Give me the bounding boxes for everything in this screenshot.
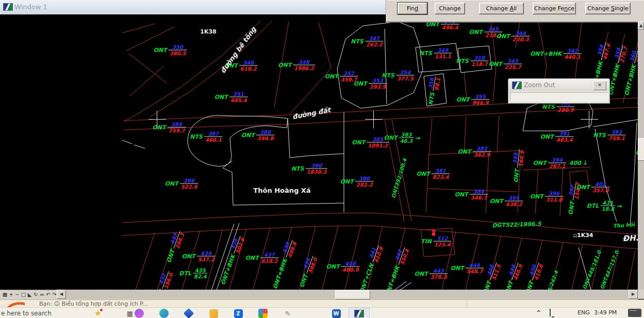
vertical-scrollbar[interactable]: ▲ ▼ bbox=[638, 22, 644, 299]
parcel-label: ONT439398.0 bbox=[296, 254, 319, 290]
parcel-id: 383 bbox=[400, 132, 413, 138]
scroll-left-button[interactable]: ◀ bbox=[57, 290, 66, 299]
parcel-id: 346 bbox=[242, 60, 255, 65]
parcel-fraction: 439398.0 bbox=[301, 254, 319, 275]
parcel-code: ONT bbox=[182, 253, 195, 260]
parcel-area: 759.1 bbox=[607, 135, 626, 141]
parcel-code: ONT+BHK bbox=[384, 265, 401, 290]
rotate-view-icon[interactable]: ↻ bbox=[33, 291, 39, 298]
scroll-up-button[interactable]: ▲ bbox=[638, 22, 644, 30]
dialog-button-change[interactable]: Change bbox=[435, 3, 465, 14]
dialog-button-change-fence[interactable]: Change Fence bbox=[533, 3, 576, 14]
zalo-icon[interactable]: Z bbox=[232, 308, 244, 318]
parcel-code: ONT bbox=[325, 73, 338, 80]
pan-view-icon[interactable]: ⇔ bbox=[39, 291, 45, 298]
scroll-right-button[interactable]: ▶ bbox=[629, 290, 638, 299]
parcel-id: 512 bbox=[436, 236, 449, 241]
parcel-fraction: 347262.2 bbox=[365, 36, 384, 47]
parcel-code: NTS bbox=[427, 92, 436, 106]
close-icon[interactable]: ✕ bbox=[593, 81, 606, 90]
parcel-fraction: 343225.7 bbox=[504, 58, 522, 70]
horizontal-scroll-thumb[interactable] bbox=[335, 290, 370, 299]
parcel-label: ONT388394.8 bbox=[241, 129, 275, 141]
tray-chevron-icon[interactable]: ^ bbox=[536, 309, 541, 316]
parcel-fraction: 396311.0 bbox=[545, 191, 564, 203]
zoom-out-window[interactable]: Zoom Out ✕ bbox=[508, 78, 610, 104]
parcel-code: ONT bbox=[165, 180, 178, 187]
vertical-scroll-thumb[interactable] bbox=[638, 138, 644, 161]
search-star-icon[interactable]: ★ bbox=[92, 308, 104, 318]
parcel-code: DTL bbox=[587, 203, 599, 209]
parcel-label: ONT443378.3 bbox=[415, 268, 448, 280]
edge-icon[interactable] bbox=[158, 308, 170, 318]
network-icon[interactable] bbox=[550, 309, 551, 316]
parcel-fraction: 444548.7 bbox=[466, 262, 484, 274]
dialog-button-find[interactable]: Find bbox=[398, 3, 427, 14]
parcel-fraction: 344230.3 bbox=[511, 30, 530, 42]
fit-view-icon[interactable]: ◣ bbox=[27, 291, 32, 298]
temple-icon bbox=[431, 229, 437, 236]
parcel-code: ONT bbox=[415, 271, 428, 277]
zoom-out-icon[interactable]: − bbox=[14, 291, 20, 298]
parcel-id: 386 bbox=[183, 178, 195, 183]
horizontal-scrollbar[interactable]: ◀ ▶ bbox=[57, 290, 638, 299]
view-previous-icon[interactable]: ↶ bbox=[45, 291, 51, 298]
landmark-1k38: 1K38 bbox=[200, 28, 217, 35]
parcel-code: ONT bbox=[576, 184, 590, 191]
parcel-code: TIN bbox=[421, 238, 432, 245]
zoom-out-settings-area bbox=[510, 92, 608, 102]
zoom-out-title-bar[interactable]: Zoom Out ✕ bbox=[508, 79, 609, 91]
parcel-area: 46.3 bbox=[399, 138, 414, 144]
parcel-fraction: 380282.2 bbox=[355, 176, 374, 188]
microstation-logo-icon bbox=[354, 310, 364, 317]
update-view-icon[interactable]: ▩ bbox=[2, 291, 8, 298]
snip-tool-icon[interactable]: ✎ bbox=[282, 308, 294, 318]
parcel-area: 966.9 bbox=[471, 99, 490, 106]
zoom-in-icon[interactable]: + bbox=[8, 291, 14, 298]
parcel-fraction: 382362.9 bbox=[473, 146, 491, 158]
parcel-label: ONT396311.0 bbox=[530, 191, 564, 203]
search-input[interactable]: e here to search bbox=[1, 310, 52, 317]
dialog-button-change-all[interactable]: Change All bbox=[479, 3, 524, 14]
parcel-label: ONT+BHK442550.4 bbox=[382, 245, 410, 290]
view-cross-marker bbox=[148, 111, 166, 128]
parcel-label: ONT449446.9 bbox=[501, 261, 524, 290]
parcel-id: 388 bbox=[259, 129, 272, 135]
parcel-code: ONT bbox=[326, 263, 340, 270]
parcel-id: 349 bbox=[436, 47, 449, 53]
notification-center-icon[interactable] bbox=[628, 309, 641, 317]
word-icon[interactable]: W bbox=[330, 308, 342, 318]
parcel-code: ONT bbox=[166, 249, 176, 264]
parcel-inline-label: ONT392/100.4 bbox=[390, 158, 408, 199]
parcel-area: 380.5 bbox=[169, 50, 187, 56]
parcel-id: 343 bbox=[506, 58, 519, 64]
parcel-label: NTS393759.1 bbox=[593, 129, 625, 141]
window-area-icon[interactable]: □ bbox=[21, 291, 26, 298]
parcel-labels-layer: ONT350380.5ONT346618.2ONT3481986.2ONT351… bbox=[0, 14, 638, 290]
parcel-code: ONT bbox=[456, 96, 470, 103]
map-viewport[interactable]: ONT350380.5ONT346618.2ONT3481986.2ONT351… bbox=[0, 14, 638, 290]
photos-icon[interactable] bbox=[257, 308, 269, 318]
taskbar[interactable]: e here to search ★▦Z✎W ^ ENG 3:49 PM bbox=[0, 307, 644, 318]
parcel-code: NTS bbox=[593, 132, 606, 139]
clock[interactable]: 3:49 PM bbox=[594, 309, 617, 316]
parcel-label: ONT350380.5 bbox=[154, 44, 187, 56]
parcel-area: 1986.2 bbox=[293, 65, 315, 71]
dialog-button-change-single[interactable]: Change Single bbox=[585, 3, 631, 14]
road-code-label: DGT522/1996.5 bbox=[492, 221, 541, 229]
parcel-code: NTS bbox=[419, 50, 432, 57]
parcel-fraction: 359270.7 bbox=[613, 44, 629, 64]
parcel-id: 389 bbox=[170, 122, 183, 127]
background-window-strip[interactable]: Bạn: ☺ Biểu tổng hợp đất công ích P... bbox=[0, 299, 644, 308]
parcel-fraction: 318118.7 bbox=[470, 55, 489, 67]
file-explorer-icon[interactable] bbox=[207, 308, 220, 318]
blue-diamond-app-icon[interactable] bbox=[183, 308, 195, 318]
parcel-label: ONT351445.4 bbox=[214, 91, 248, 103]
copilot-icon[interactable] bbox=[133, 308, 145, 318]
parcel-area: 480.9 bbox=[341, 266, 360, 273]
language-indicator[interactable]: ENG bbox=[577, 309, 590, 316]
microstation-taskbar-icon[interactable] bbox=[349, 308, 370, 318]
parcel-id: 402 bbox=[594, 181, 607, 187]
parcel-area: 445.4 bbox=[229, 97, 248, 103]
parcel-label: ONT450418.8 bbox=[522, 261, 544, 290]
